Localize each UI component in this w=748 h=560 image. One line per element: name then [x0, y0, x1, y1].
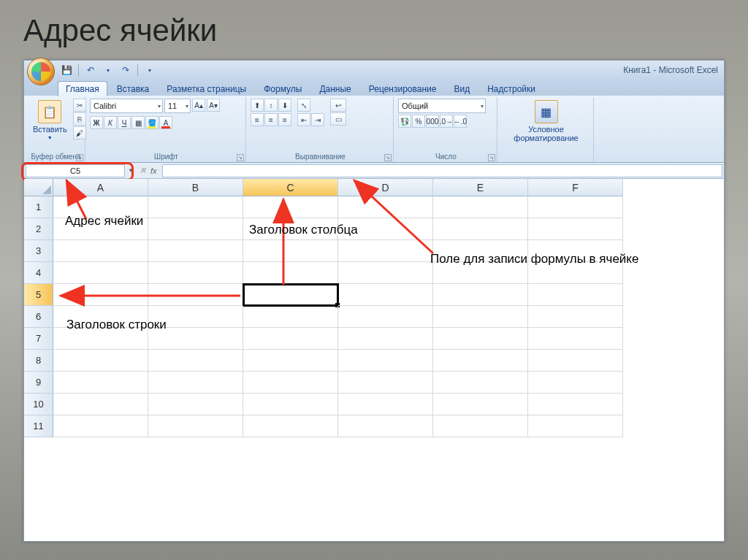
border-icon[interactable]: ▦ — [131, 116, 145, 129]
cell-C2[interactable] — [243, 218, 338, 240]
column-header-d[interactable]: D — [338, 179, 433, 196]
align-middle-icon[interactable]: ↕ — [264, 99, 278, 112]
row-header-8[interactable]: 8 — [24, 350, 53, 372]
wrap-text-icon[interactable]: ↩ — [330, 99, 346, 112]
cell-E9[interactable] — [433, 372, 528, 394]
cell-A10[interactable] — [53, 394, 148, 415]
cell-E8[interactable] — [433, 350, 528, 372]
dialog-launcher-icon[interactable]: ↘ — [488, 154, 495, 161]
conditional-formatting-button[interactable]: ▦ Условное форматирование — [502, 99, 590, 144]
cell-B3[interactable] — [148, 240, 243, 262]
format-painter-icon[interactable]: 🖌 — [73, 126, 86, 139]
tab-formulas[interactable]: Формулы — [256, 81, 310, 96]
cell-F3[interactable] — [528, 240, 623, 262]
row-header-6[interactable]: 6 — [24, 306, 53, 328]
cell-F10[interactable] — [528, 394, 623, 415]
currency-icon[interactable]: 💱 — [398, 115, 411, 128]
align-left-icon[interactable]: ≡ — [251, 113, 264, 126]
font-color-icon[interactable]: A — [159, 116, 172, 129]
cell-D7[interactable] — [338, 328, 433, 350]
cell-B1[interactable] — [148, 196, 243, 218]
cell-A1[interactable] — [53, 196, 148, 218]
paste-button[interactable]: 📋 Вставить ▼ — [30, 99, 70, 142]
orientation-icon[interactable]: ⤡ — [297, 99, 310, 112]
align-bottom-icon[interactable]: ⬇ — [278, 99, 291, 112]
cell-A5[interactable] — [53, 284, 148, 306]
increase-decimal-icon[interactable]: .0→ — [440, 115, 453, 128]
row-header-9[interactable]: 9 — [24, 372, 53, 394]
column-header-e[interactable]: E — [433, 179, 528, 196]
row-header-5[interactable]: 5 — [24, 284, 53, 306]
cell-D4[interactable] — [338, 262, 433, 284]
cut-icon[interactable]: ✂ — [73, 99, 86, 112]
cell-C7[interactable] — [243, 328, 338, 350]
cell-F5[interactable] — [528, 284, 623, 306]
align-top-icon[interactable]: ⬆ — [251, 99, 264, 112]
cell-A11[interactable] — [53, 415, 148, 437]
dialog-launcher-icon[interactable]: ↘ — [237, 154, 244, 161]
tab-view[interactable]: Вид — [446, 81, 478, 96]
row-header-3[interactable]: 3 — [24, 240, 53, 262]
cell-B2[interactable] — [148, 218, 243, 240]
grow-font-icon[interactable]: A▴ — [192, 99, 205, 112]
save-icon[interactable]: 💾 — [61, 64, 72, 76]
name-box[interactable]: C5 — [26, 164, 125, 177]
align-right-icon[interactable]: ≡ — [278, 113, 291, 126]
dialog-launcher-icon[interactable]: ↘ — [76, 154, 83, 161]
tab-addins[interactable]: Надстройки — [479, 81, 543, 96]
cell-D10[interactable] — [338, 394, 433, 415]
cell-B9[interactable] — [148, 372, 243, 394]
row-header-10[interactable]: 10 — [24, 394, 53, 415]
cell-D5[interactable] — [338, 284, 433, 306]
cell-B8[interactable] — [148, 350, 243, 372]
name-box-dropdown-icon[interactable]: ▼ — [128, 167, 134, 174]
tab-data[interactable]: Данные — [311, 81, 359, 96]
cell-E7[interactable] — [433, 328, 528, 350]
bold-button[interactable]: Ж — [90, 116, 103, 129]
redo-icon[interactable]: ↷ — [120, 64, 131, 76]
cell-C1[interactable] — [243, 196, 338, 218]
cell-D6[interactable] — [338, 306, 433, 328]
cell-C6[interactable] — [243, 306, 338, 328]
cell-E6[interactable] — [433, 306, 528, 328]
shrink-font-icon[interactable]: A▾ — [207, 99, 220, 112]
cell-C10[interactable] — [243, 394, 338, 415]
undo-dropdown-icon[interactable]: ▼ — [102, 64, 114, 76]
cell-B7[interactable] — [148, 328, 243, 350]
tab-home[interactable]: Главная — [58, 81, 107, 96]
copy-icon[interactable]: ⎘ — [73, 112, 86, 126]
cell-C11[interactable] — [243, 415, 338, 437]
cell-F8[interactable] — [528, 350, 623, 372]
cell-C9[interactable] — [243, 372, 338, 394]
percent-icon[interactable]: % — [412, 115, 425, 128]
formula-bar[interactable] — [162, 164, 722, 177]
dialog-launcher-icon[interactable]: ↘ — [384, 154, 392, 161]
undo-icon[interactable]: ↶ — [85, 64, 96, 76]
cell-B6[interactable] — [148, 306, 243, 328]
cell-A7[interactable] — [53, 328, 148, 350]
cell-E4[interactable] — [433, 262, 528, 284]
select-all-corner[interactable] — [24, 179, 53, 196]
cell-A2[interactable] — [53, 218, 148, 240]
cell-D2[interactable] — [338, 218, 433, 240]
cell-A3[interactable] — [53, 240, 148, 262]
row-header-11[interactable]: 11 — [24, 415, 53, 437]
cell-F1[interactable] — [528, 196, 623, 218]
comma-icon[interactable]: 000 — [426, 115, 439, 128]
decrease-indent-icon[interactable]: ⇤ — [297, 113, 310, 126]
cell-C8[interactable] — [243, 350, 338, 372]
column-header-b[interactable]: B — [148, 179, 243, 196]
cell-C4[interactable] — [243, 262, 338, 284]
cell-E2[interactable] — [433, 218, 528, 240]
cell-E11[interactable] — [433, 415, 528, 437]
cell-D3[interactable] — [338, 240, 433, 262]
cell-C3[interactable] — [243, 240, 338, 262]
cell-E3[interactable] — [433, 240, 528, 262]
row-header-4[interactable]: 4 — [24, 262, 53, 284]
font-name-combo[interactable]: Calibri — [90, 99, 163, 113]
decrease-decimal-icon[interactable]: ←.0 — [454, 115, 467, 128]
cell-B11[interactable] — [148, 415, 243, 437]
cell-E10[interactable] — [433, 394, 528, 415]
column-header-c[interactable]: C — [243, 179, 338, 196]
cell-E5[interactable] — [433, 284, 528, 306]
